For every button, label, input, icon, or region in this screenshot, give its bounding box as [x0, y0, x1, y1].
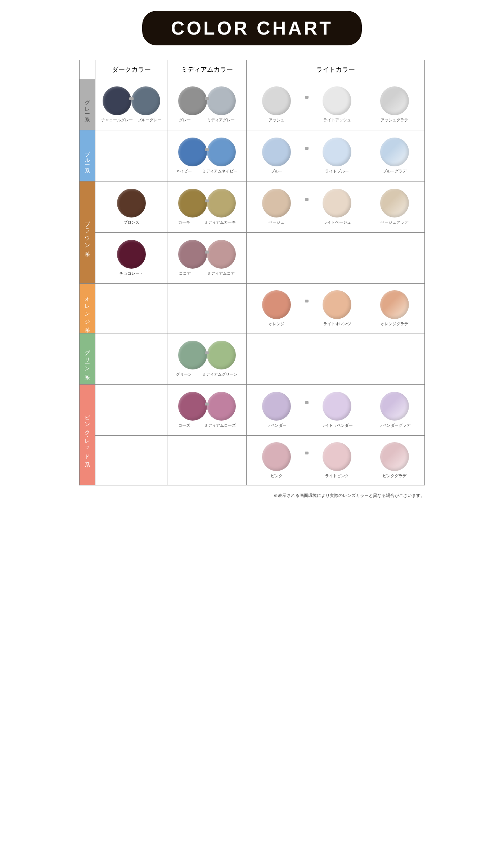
- footnote: ※表示される画面環境により実際のレンズカラーと異なる場合がございます。: [79, 493, 425, 499]
- light-cell: [247, 333, 425, 385]
- category-label: グレー系: [80, 79, 95, 130]
- color-chart-table: ダークカラー ミディアムカラー ライトカラー グレー系チャコールグレーブルーグレ…: [79, 60, 425, 485]
- dark-cell: [95, 333, 167, 385]
- medium-cell: ローズミディアムローズ: [167, 385, 247, 436]
- header-dark: ダークカラー: [95, 60, 167, 79]
- light-cell: ピンクライトピンクピンクグラデ: [247, 436, 425, 485]
- table-row: グリーン系グリーンミディアムグリーン: [80, 333, 425, 385]
- medium-cell: [167, 436, 247, 485]
- page-title: COLOR CHART: [142, 11, 362, 45]
- medium-cell: [167, 284, 247, 333]
- light-cell: ラベンダーライトラベンダーラベンダーグラデ: [247, 385, 425, 436]
- light-cell: ベージュライトベージュベージュグラデ: [247, 181, 425, 233]
- dark-cell: [95, 385, 167, 436]
- table-row: オレンジ系オレンジライトオレンジオレンジグラデ: [80, 284, 425, 333]
- category-label: オレンジ系: [80, 284, 95, 333]
- dark-cell: チョコレート: [95, 233, 167, 284]
- medium-cell: ココアミディアムコア: [167, 233, 247, 284]
- table-row: ピンク・レッド系ローズミディアムローズラベンダーライトラベンダーラベンダーグラデ: [80, 385, 425, 436]
- table-row: ブラウン系ブロンズカーキミディアムカーキベージュライトベージュベージュグラデ: [80, 181, 425, 233]
- light-cell: ブルーライトブルーブルーグラデ: [247, 130, 425, 181]
- category-label: ピンク・レッド系: [80, 385, 95, 485]
- medium-cell: グレーミディアグレー: [167, 79, 247, 130]
- dark-cell: チャコールグレーブルーグレー: [95, 79, 167, 130]
- light-cell: オレンジライトオレンジオレンジグラデ: [247, 284, 425, 333]
- header-light: ライトカラー: [247, 60, 425, 79]
- dark-cell: [95, 284, 167, 333]
- dark-cell: ブロンズ: [95, 181, 167, 233]
- medium-cell: カーキミディアムカーキ: [167, 181, 247, 233]
- table-row: ブルー系ネイビーミディアムネイビーブルーライトブルーブルーグラデ: [80, 130, 425, 181]
- category-label: ブラウン系: [80, 181, 95, 284]
- category-label: グリーン系: [80, 333, 95, 385]
- light-cell: アッシュライトアッシュアッシュグラデ: [247, 79, 425, 130]
- light-cell: [247, 233, 425, 284]
- medium-cell: ネイビーミディアムネイビー: [167, 130, 247, 181]
- header-category: [80, 60, 95, 79]
- table-row: チョコレートココアミディアムコア: [80, 233, 425, 284]
- dark-cell: [95, 130, 167, 181]
- table-row: グレー系チャコールグレーブルーグレーグレーミディアグレーアッシュライトアッシュア…: [80, 79, 425, 130]
- header-medium: ミディアムカラー: [167, 60, 247, 79]
- medium-cell: グリーンミディアムグリーン: [167, 333, 247, 385]
- dark-cell: [95, 436, 167, 485]
- category-label: ブルー系: [80, 130, 95, 181]
- table-row: ピンクライトピンクピンクグラデ: [80, 436, 425, 485]
